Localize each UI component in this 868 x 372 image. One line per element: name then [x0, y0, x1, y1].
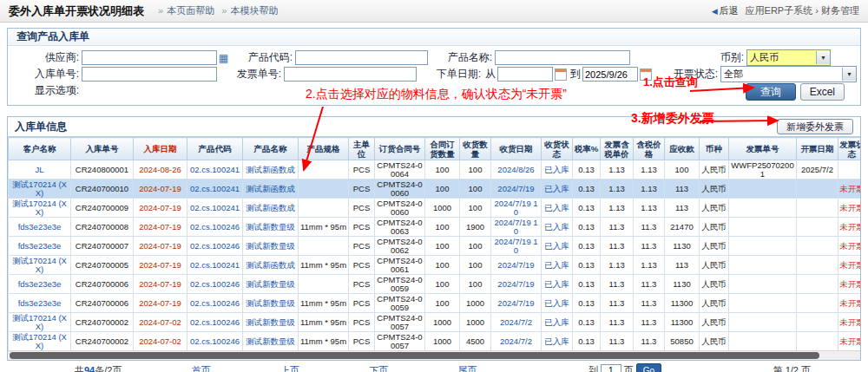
cell-inbound-date: 2024-07-19: [134, 237, 187, 256]
dropdown-arrow-icon: ▼: [816, 51, 830, 64]
col-header-receivable: 应收款: [665, 138, 700, 160]
cell-invoice-date: [797, 294, 838, 313]
table-row[interactable]: 测试170214 (XX)CR2407000092024-07-1902.cs.…: [9, 199, 861, 218]
cell-invoice-unit-price: 11.3: [601, 332, 634, 351]
cell-invoice-unit-price: 1.13: [601, 199, 634, 218]
cell-tax-price: 11.3: [634, 275, 665, 294]
cell-invoice-status: 未开票: [838, 199, 861, 218]
page: { "header": { "title": "委外入库单开票状况明细表", "…: [0, 0, 868, 372]
page-help-link[interactable]: » 本页面帮助: [158, 4, 214, 17]
col-header-inbound-date: 入库日期: [134, 138, 187, 160]
cell-receive-date: 2024/8/26: [491, 160, 542, 179]
currency-select[interactable]: 人民币 ▼: [746, 49, 831, 66]
page-number-input[interactable]: [601, 364, 621, 372]
query-row-2: 入库单号: 发票单号: 下单日期: 从 到 开票状态: 全部 ▼: [15, 66, 853, 82]
table-row[interactable]: 测试170214 (XX)CR2407000052024-07-1902.cs.…: [9, 256, 861, 275]
cell-invoice-status: 未开票: [838, 332, 861, 351]
cell-invoice-status: 未开票: [838, 256, 861, 275]
query-button[interactable]: 查询: [746, 83, 796, 101]
table-row[interactable]: fds3e23e3eCR2407000072024-07-1902.cs.100…: [9, 237, 861, 256]
col-header-inbound-no: 入库单号: [71, 138, 134, 160]
breadcrumb-module[interactable]: 财务管理: [821, 5, 859, 16]
col-header-received-qty: 收货数量: [460, 138, 491, 160]
cell-contract-qty: 100: [425, 218, 460, 237]
cell-received-qty: 1000: [460, 313, 491, 332]
breadcrumb-system[interactable]: 应用ERP子系统: [746, 5, 813, 16]
cell-invoice-date: [797, 275, 838, 294]
pagination-bar: 共94条/2页 首页 上页 下页 尾页 到 页 Go 第 1/2 页: [0, 361, 868, 372]
goto-prefix: 到: [589, 364, 598, 372]
col-header-currency: 币种: [700, 138, 729, 160]
cell-received-qty: 100: [460, 256, 491, 275]
cell-contract-no: CPMTS24-00057: [375, 313, 425, 332]
cell-currency: 人民币: [700, 218, 729, 237]
table-row[interactable]: fds3e23e3eCR2407000062024-07-1902.cs.100…: [9, 275, 861, 294]
cell-unit: PCS: [349, 179, 375, 199]
table-row[interactable]: 测试170214 (XX)CR2407000022024-07-0202.cs.…: [9, 313, 861, 332]
cell-inbound-no: CR240800001: [71, 160, 134, 179]
date-to-input[interactable]: [582, 67, 638, 82]
cell-invoice-date: 2025/7/2: [797, 160, 838, 179]
product-name-input[interactable]: [495, 50, 630, 65]
last-page-link[interactable]: 尾页: [457, 364, 477, 372]
cell-product-name: 测试新数量级: [243, 218, 299, 237]
cell-inbound-no: CR240700006: [71, 294, 134, 313]
calendar-icon[interactable]: [555, 69, 567, 81]
module-help-label: 本模块帮助: [230, 5, 278, 16]
cell-product-name: 测试新数量级: [243, 332, 299, 351]
first-page-link[interactable]: 首页: [192, 364, 211, 372]
module-help-link[interactable]: » 本模块帮助: [221, 4, 278, 17]
supplier-input[interactable]: [82, 50, 217, 65]
scrollbar-thumb[interactable]: [10, 352, 819, 359]
cell-product-name: 测试新数量级: [243, 237, 299, 256]
table-row[interactable]: fds3e23e3eCR2407000062024-07-1902.cs.100…: [9, 294, 861, 313]
annotation-step3: 3.新增委外发票: [631, 111, 714, 127]
breadcrumb: 应用ERP子系统 › 财务管理: [746, 4, 859, 17]
cell-receivable: 113: [665, 256, 700, 275]
next-page-link[interactable]: 下页: [369, 364, 388, 372]
cell-received-qty: 100: [460, 160, 491, 179]
currency-value: 人民币: [750, 51, 779, 64]
cell-received-qty: 100: [460, 275, 491, 294]
section-title: 入库单信息: [15, 120, 67, 134]
excel-button[interactable]: Excel: [800, 83, 845, 101]
cell-receive-status: 已入库: [542, 256, 573, 275]
inbound-no-input[interactable]: [82, 67, 217, 82]
inbound-no-label: 入库单号:: [15, 67, 82, 82]
page-title: 委外入库单开票状况明细表: [9, 3, 144, 19]
cell-invoice-status: 未开票: [838, 179, 861, 199]
add-outsourcing-invoice-button[interactable]: 新增委外发票: [777, 119, 853, 134]
back-link[interactable]: ◀后退: [712, 4, 739, 17]
table-row[interactable]: fds3e23e3eCR2407000082024-07-1902.cs.100…: [9, 218, 861, 237]
product-code-label: 产品代码:: [228, 50, 295, 65]
cell-invoice-no: [729, 275, 797, 294]
cell-product-name: 测试新数量级: [243, 275, 299, 294]
product-code-input[interactable]: [295, 50, 428, 65]
cell-inbound-date: 2024-07-19: [134, 199, 187, 218]
table-row[interactable]: 测试170214 (XX)CR2407000102024-07-1902.cs.…: [9, 179, 861, 199]
go-button[interactable]: Go: [636, 363, 661, 372]
cell-received-qty: 100: [460, 179, 491, 199]
supplier-lookup-icon[interactable]: ▦: [219, 53, 228, 63]
cell-product-code: 02.cs.100246: [187, 218, 243, 237]
cell-contract-no: CPMTS24-00061: [375, 256, 425, 275]
cell-invoice-status: 未开票: [838, 275, 861, 294]
cell-contract-no: CPMTS24-00060: [375, 179, 425, 199]
cell-tax-rate: 0.13: [573, 294, 601, 313]
date-from-input[interactable]: [497, 67, 553, 82]
horizontal-scrollbar[interactable]: [8, 350, 860, 360]
invoice-no-input[interactable]: [284, 67, 417, 82]
table-header-row: 客户名称入库单号入库日期产品代码产品名称产品规格主单位订货合同号合同订货数量收货…: [9, 138, 861, 160]
invoice-status-select[interactable]: 全部 ▼: [720, 66, 857, 82]
prev-page-link[interactable]: 上页: [280, 364, 299, 372]
cell-contract-no: CPMTS24-00063: [375, 218, 425, 237]
cell-receivable: 100: [665, 160, 700, 179]
cell-contract-qty: 100: [425, 160, 460, 179]
cell-invoice-no: [729, 218, 797, 237]
cell-unit: PCS: [349, 256, 375, 275]
cell-unit: PCS: [349, 294, 375, 313]
col-header-receive-date: 收货日期: [491, 138, 542, 160]
cell-receivable: 11300: [665, 294, 700, 313]
table-row[interactable]: 测试170214 (XX)CR2407000022024-07-0202.cs.…: [9, 332, 861, 351]
table-row[interactable]: JLCR2408000012024-08-2602.cs.100241测试新函数…: [9, 160, 861, 179]
